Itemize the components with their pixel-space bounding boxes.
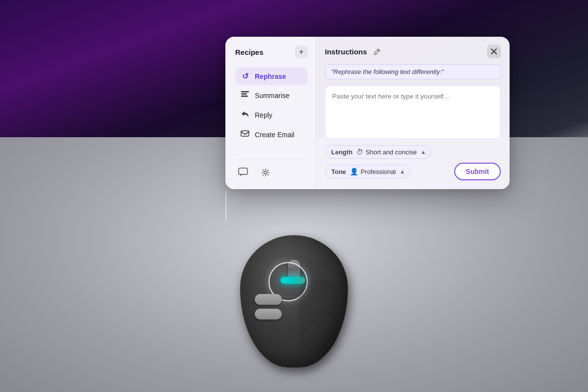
svg-rect-4 [239,168,247,174]
length-control[interactable]: Length ⏱ Short and concise ▲ [325,145,431,159]
text-input[interactable] [325,85,501,139]
mouse-btn-bottom [255,309,282,319]
add-recipe-button[interactable]: + [295,46,308,58]
length-value-group: ⏱ Short and concise [356,148,416,156]
recipes-header: Recipes + [235,46,308,58]
ai-popup: Recipes + ↺ Rephrase Summarise [225,37,510,189]
connector-line [225,191,226,220]
recipe-item-reply[interactable]: Reply [235,106,308,124]
mouse-side-buttons [255,294,282,319]
tone-value: Professional [361,168,396,175]
chat-icon-button[interactable] [235,165,251,180]
instructions-header: Instructions [325,45,501,58]
mouse-texture [299,279,338,353]
summarise-icon [240,91,250,100]
reply-icon [240,110,250,120]
instructions-title-group: Instructions [325,45,384,58]
recipe-list: ↺ Rephrase Summarise [235,67,308,154]
tone-icon: 👤 [350,168,358,175]
recipe-item-create-email[interactable]: Create Email [235,125,308,144]
prompt-badge: "Rephrase the following text differently… [325,64,501,79]
recipes-footer [235,159,308,180]
tone-chevron-icon: ▲ [400,169,405,174]
email-icon [240,130,250,139]
mouse-btn-top [255,294,282,305]
svg-rect-3 [241,131,249,136]
recipe-label-rephrase: Rephrase [255,73,286,80]
mouse-body [240,235,348,368]
recipes-title: Recipes [235,48,264,56]
tone-control[interactable]: Tone 👤 Professional ▲ [325,165,411,178]
recipe-item-rephrase[interactable]: ↺ Rephrase [235,67,308,85]
tone-label: Tone [331,168,346,175]
length-icon: ⏱ [356,148,363,156]
recipe-label-reply: Reply [255,111,272,119]
edit-instructions-button[interactable] [371,45,384,58]
rephrase-icon: ↺ [240,72,250,81]
length-label: Length [331,148,352,156]
length-value: Short and concise [366,148,416,156]
svg-point-5 [264,171,267,174]
instructions-title: Instructions [325,48,367,56]
svg-rect-0 [241,91,249,93]
recipes-panel: Recipes + ↺ Rephrase Summarise [225,37,316,189]
mouse-image [206,211,382,377]
submit-button[interactable]: Submit [454,163,501,180]
recipe-item-summarise[interactable]: Summarise [235,86,308,105]
controls-row: Length ⏱ Short and concise ▲ Tone 👤 Prof… [325,145,501,180]
close-button[interactable] [487,45,501,58]
instructions-panel: Instructions "Rephrase the following tex… [316,37,510,189]
length-chevron-icon: ▲ [420,149,426,155]
recipe-label-summarise: Summarise [255,92,290,99]
svg-rect-1 [241,94,247,95]
tone-value-group: 👤 Professional [350,168,396,175]
svg-rect-2 [241,96,248,97]
recipe-label-create-email: Create Email [255,131,294,139]
settings-icon-button[interactable] [258,165,273,180]
